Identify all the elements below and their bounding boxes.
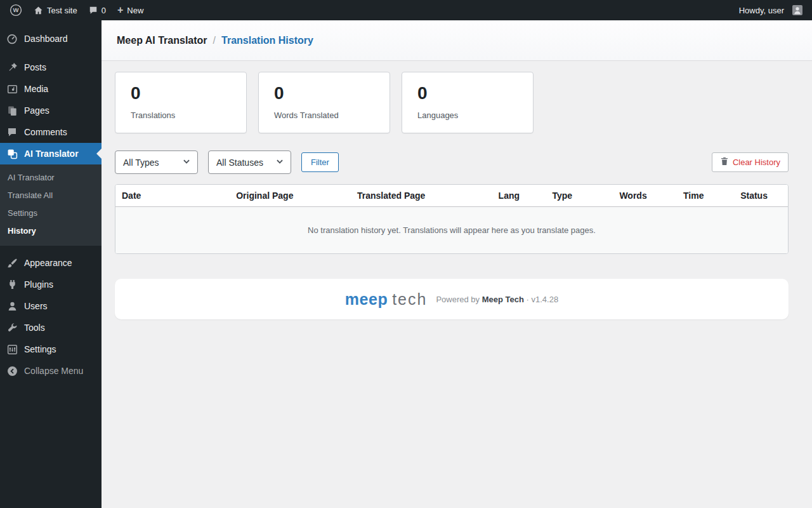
meep-logo-text: meep [345,290,388,308]
column-header-type: Type [546,185,613,207]
column-header-time: Time [677,185,734,207]
new-label: New [127,6,143,15]
status-filter-select[interactable]: All Statuses [208,150,291,174]
stat-card-words-translated: 0 Words Translated [258,72,390,133]
status-filter-value: All Statuses [216,157,263,168]
wordpress-logo-menu[interactable]: W [4,0,28,20]
breadcrumb-current[interactable]: Translation History [221,35,313,46]
avatar [792,5,802,15]
comments-bubble-icon [89,6,98,15]
column-header-status: Status [734,185,788,207]
column-header-words: Words [613,185,677,207]
ai-translator-submenu: AI Translator Translate All Settings His… [0,164,102,246]
media-icon [6,83,18,95]
svg-text:W: W [13,6,19,13]
sidebar-item-label: Settings [24,344,56,355]
users-icon [6,300,18,312]
type-filter-value: All Types [123,157,159,168]
page-header: Meep AI Translator / Translation History [102,20,812,61]
collapse-arrow-icon [6,365,18,377]
sidebar-item-posts[interactable]: Posts [0,57,102,78]
sidebar-item-label: Comments [24,126,67,138]
sidebar-item-dashboard[interactable]: Dashboard [0,28,102,50]
column-header-date: Date [115,185,230,207]
sidebar-item-label: Media [24,83,48,95]
trash-icon [720,157,729,168]
chevron-down-icon [182,157,191,168]
sidebar-item-label: Collapse Menu [24,365,83,377]
sidebar-item-label: Posts [24,62,46,73]
submenu-item-translate-all[interactable]: Translate All [0,187,102,204]
type-filter-select[interactable]: All Types [115,150,198,174]
clear-history-label: Clear History [733,157,780,167]
sidebar-item-users[interactable]: Users [0,295,102,317]
filter-row: All Types All Statuses Filter [115,150,789,174]
stat-value: 0 [417,83,518,104]
powered-by-label: Powered by [436,295,480,304]
chevron-down-icon [275,157,284,168]
sidebar-item-collapse-menu[interactable]: Collapse Menu [0,360,102,382]
column-header-lang: Lang [492,185,546,207]
sidebar-item-comments[interactable]: Comments [0,121,102,143]
home-icon [34,6,43,15]
pages-icon [6,105,18,116]
stats-row: 0 Translations 0 Words Translated 0 Lang… [115,72,789,133]
empty-state-row: No translation history yet. Translations… [115,207,788,254]
sidebar-item-settings[interactable]: Settings [0,338,102,360]
version-label: · v1.4.28 [527,295,559,304]
tech-logo-text: tech [392,290,427,308]
wordpress-logo-icon: W [10,4,22,17]
translator-icon [6,148,18,159]
brand-name: Meep Tech [482,295,524,304]
stat-label: Words Translated [274,110,374,120]
sidebar-item-plugins[interactable]: Plugins [0,274,102,295]
submenu-item-settings[interactable]: Settings [0,204,102,222]
plugins-icon [6,279,18,290]
howdy-label: Howdy, user [739,6,784,15]
submenu-item-ai-translator[interactable]: AI Translator [0,169,102,187]
filter-button[interactable]: Filter [301,152,339,172]
admin-bar: W Test site 0 + New Howdy, user [0,0,812,20]
posts-pin-icon [6,62,18,73]
sidebar-item-label: Tools [24,322,45,333]
table-header-row: Date Original Page Translated Page Lang … [115,185,788,207]
comments-icon [6,126,18,138]
admin-sidebar: Dashboard Posts Media Pages Comments [0,20,102,508]
stat-label: Translations [131,110,231,120]
sidebar-item-label: Plugins [24,279,53,290]
plus-icon: + [117,5,123,15]
comments-admin-link[interactable]: 0 [83,0,112,20]
site-name-link[interactable]: Test site [28,0,83,20]
stat-label: Languages [417,110,518,120]
sidebar-item-label: Appearance [24,257,72,269]
sidebar-item-tools[interactable]: Tools [0,317,102,338]
clear-history-button[interactable]: Clear History [712,152,789,172]
sidebar-item-label: AI Translator [24,148,79,159]
appearance-icon [6,257,18,269]
empty-state-message: No translation history yet. Translations… [115,207,788,254]
stat-card-translations: 0 Translations [115,72,247,133]
sidebar-item-label: Pages [24,105,49,116]
powered-by-line: Powered by Meep Tech · v1.4.28 [436,295,558,304]
tools-icon [6,322,18,333]
new-content-menu[interactable]: + New [112,0,149,20]
stat-value: 0 [274,83,374,104]
submenu-item-history[interactable]: History [0,222,102,240]
site-name-label: Test site [47,6,77,15]
column-header-original-page: Original Page [230,185,351,207]
stat-value: 0 [131,83,231,104]
main-content: Meep AI Translator / Translation History… [102,20,812,508]
sidebar-item-media[interactable]: Media [0,78,102,100]
sidebar-item-label: Users [24,300,48,312]
sidebar-item-appearance[interactable]: Appearance [0,252,102,274]
sidebar-item-pages[interactable]: Pages [0,100,102,121]
page-title: Meep AI Translator [117,35,207,46]
comments-count: 0 [102,6,106,15]
dashboard-icon [6,33,18,44]
account-menu[interactable]: Howdy, user [733,0,808,20]
history-table: Date Original Page Translated Page Lang … [115,184,789,254]
column-header-translated-page: Translated Page [351,185,492,207]
sidebar-item-ai-translator[interactable]: AI Translator [0,143,102,164]
sidebar-item-label: Dashboard [24,33,68,44]
settings-icon [6,344,18,355]
